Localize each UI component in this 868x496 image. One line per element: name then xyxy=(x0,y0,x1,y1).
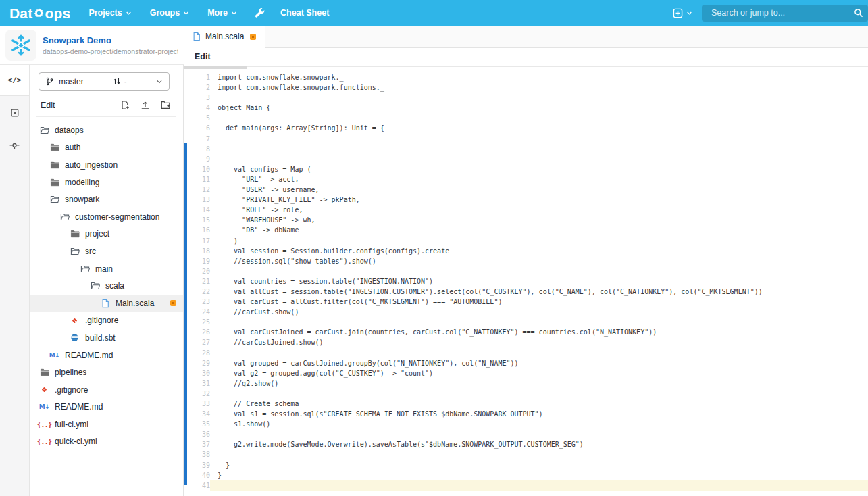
line-number[interactable]: 9 xyxy=(184,154,210,164)
code-line-39[interactable]: 39 } xyxy=(184,460,868,470)
line-number[interactable]: 10 xyxy=(184,164,210,174)
dataops-logo[interactable]: Dat ops xyxy=(9,6,70,20)
code-line-14[interactable]: 14 "ROLE" -> role, xyxy=(184,205,868,215)
tree-item-modelling[interactable]: modelling xyxy=(30,174,183,191)
line-number[interactable]: 3 xyxy=(184,93,210,103)
code-line-40[interactable]: 40} xyxy=(184,470,868,480)
line-number[interactable]: 5 xyxy=(184,113,210,123)
code-line-33[interactable]: 33 // Create schema xyxy=(184,399,868,409)
line-number[interactable]: 22 xyxy=(184,287,210,297)
code-line-38[interactable]: 38 xyxy=(184,449,868,460)
merge-request-selector[interactable]: - xyxy=(113,77,127,86)
code-line-9[interactable]: 9 xyxy=(184,154,868,164)
line-number[interactable]: 1 xyxy=(184,72,210,82)
code-line-25[interactable]: 25 xyxy=(184,317,868,327)
code-line-27[interactable]: 27 //carCustJoined.show() xyxy=(184,337,868,347)
rail-edit-mode[interactable]: </> xyxy=(0,65,29,96)
line-number[interactable]: 19 xyxy=(184,256,210,266)
code-line-41[interactable]: 41 xyxy=(184,480,868,491)
code-line-23[interactable]: 23 val carCust = allCust.filter(col("C_M… xyxy=(184,297,868,307)
code-line-11[interactable]: 11 "URL" -> acct, xyxy=(184,174,868,184)
code-line-32[interactable]: 32 xyxy=(184,389,868,399)
line-number[interactable]: 25 xyxy=(184,317,210,327)
snowflake-icon[interactable] xyxy=(5,30,36,61)
code-line-31[interactable]: 31 //g2.show() xyxy=(184,378,868,389)
line-number[interactable]: 18 xyxy=(184,246,210,256)
code-editor[interactable]: 1import com.snowflake.snowpark._2import … xyxy=(184,67,868,496)
code-line-19[interactable]: 19 //session.sql("show tables").show() xyxy=(184,256,868,266)
code-line-13[interactable]: 13 "PRIVATE_KEY_FILE" -> pkPath, xyxy=(184,195,868,205)
tree-item-build.sbt[interactable]: build.sbt xyxy=(30,329,183,347)
nav-projects[interactable]: Projects xyxy=(88,8,131,18)
code-line-36[interactable]: 36 xyxy=(184,429,868,439)
code-line-34[interactable]: 34 val s1 = session.sql(s"CREATE SCHEMA … xyxy=(184,409,868,419)
tree-item-.gitignore[interactable]: .gitignore xyxy=(30,381,183,399)
rail-commit-mode[interactable] xyxy=(0,130,29,161)
new-file-icon[interactable] xyxy=(120,100,130,110)
line-number[interactable]: 12 xyxy=(184,184,210,195)
wrench-icon[interactable] xyxy=(255,7,265,18)
code-line-4[interactable]: 4object Main { xyxy=(184,103,868,113)
code-line-28[interactable]: 28 xyxy=(184,348,868,358)
tree-item-auto-ingestion[interactable]: auto_ingestion xyxy=(30,156,183,174)
line-number[interactable]: 24 xyxy=(184,307,210,317)
tree-item-src[interactable]: src xyxy=(30,243,183,260)
code-line-1[interactable]: 1import com.snowflake.snowpark._ xyxy=(184,72,868,82)
code-line-22[interactable]: 22 val allCust = session.table("INGESTIO… xyxy=(184,287,868,297)
code-line-37[interactable]: 37 g2.write.mode(SaveMode.Overwrite).sav… xyxy=(184,439,868,449)
line-number[interactable]: 28 xyxy=(184,348,210,358)
code-line-21[interactable]: 21 val countries = session.table("INGEST… xyxy=(184,276,868,287)
tree-item-readme.md[interactable]: M↓README.md xyxy=(30,347,183,364)
line-number[interactable]: 6 xyxy=(184,123,210,133)
line-number[interactable]: 38 xyxy=(184,449,210,460)
line-number[interactable]: 16 xyxy=(184,225,210,235)
tree-item-project[interactable]: project xyxy=(30,226,183,243)
editor-menu-edit[interactable]: Edit xyxy=(195,48,211,66)
branch-selector[interactable]: master - xyxy=(39,72,170,91)
line-number[interactable]: 2 xyxy=(184,82,210,93)
tree-item-pipelines[interactable]: pipelines xyxy=(30,364,183,381)
tab-main-scala[interactable]: Main.scala xyxy=(184,26,265,48)
new-menu-button[interactable] xyxy=(673,8,692,18)
code-line-24[interactable]: 24 //carCust.show() xyxy=(184,307,868,317)
code-line-2[interactable]: 2import com.snowflake.snowpark.functions… xyxy=(184,82,868,93)
line-number[interactable]: 11 xyxy=(184,174,210,184)
line-number[interactable]: 33 xyxy=(184,399,210,409)
code-line-7[interactable]: 7 xyxy=(184,134,868,144)
line-number[interactable]: 8 xyxy=(184,144,210,154)
code-line-35[interactable]: 35 s1.show() xyxy=(184,419,868,429)
upload-icon[interactable] xyxy=(141,101,150,110)
tree-item-dataops[interactable]: dataops xyxy=(30,122,183,139)
tree-item-auth[interactable]: auth xyxy=(30,139,183,157)
line-number[interactable]: 17 xyxy=(184,236,210,246)
nav-more[interactable]: More xyxy=(207,8,237,18)
code-line-26[interactable]: 26 val carCustJoined = carCust.join(coun… xyxy=(184,327,868,337)
tree-item-.gitignore[interactable]: .gitignore xyxy=(30,312,183,330)
code-line-15[interactable]: 15 "WAREHOUSE" -> wh, xyxy=(184,215,868,225)
search-icon[interactable] xyxy=(854,8,863,18)
code-line-18[interactable]: 18 val session = Session.builder.configs… xyxy=(184,246,868,256)
line-number[interactable]: 35 xyxy=(184,419,210,429)
code-line-6[interactable]: 6 def main(args: Array[String]): Unit = … xyxy=(184,123,868,133)
code-line-8[interactable]: 8 xyxy=(184,144,868,154)
tree-item-main[interactable]: main xyxy=(30,260,183,278)
line-number[interactable]: 41 xyxy=(184,480,210,491)
line-number[interactable]: 21 xyxy=(184,276,210,287)
line-number[interactable]: 29 xyxy=(184,358,210,368)
tree-item-readme.md[interactable]: M↓README.md xyxy=(30,399,183,416)
line-number[interactable]: 27 xyxy=(184,337,210,347)
line-number[interactable]: 30 xyxy=(184,368,210,378)
rail-review-mode[interactable] xyxy=(0,97,29,128)
line-number[interactable]: 26 xyxy=(184,327,210,337)
tree-item-customer-segmentation[interactable]: customer-segmentation xyxy=(30,208,183,226)
line-number[interactable]: 23 xyxy=(184,297,210,307)
line-number[interactable]: 14 xyxy=(184,205,210,215)
code-line-17[interactable]: 17 ) xyxy=(184,236,868,246)
code-line-10[interactable]: 10 val configs = Map ( xyxy=(184,164,868,174)
code-line-29[interactable]: 29 val grouped = carCustJoined.groupBy(c… xyxy=(184,358,868,368)
code-line-16[interactable]: 16 "DB" -> dbName xyxy=(184,225,868,235)
tree-item-main.scala[interactable]: Main.scala xyxy=(30,295,183,312)
tree-item-full-ci.yml[interactable]: {..}full-ci.yml xyxy=(30,416,183,433)
line-number[interactable]: 20 xyxy=(184,266,210,276)
code-line-20[interactable]: 20 xyxy=(184,266,868,276)
